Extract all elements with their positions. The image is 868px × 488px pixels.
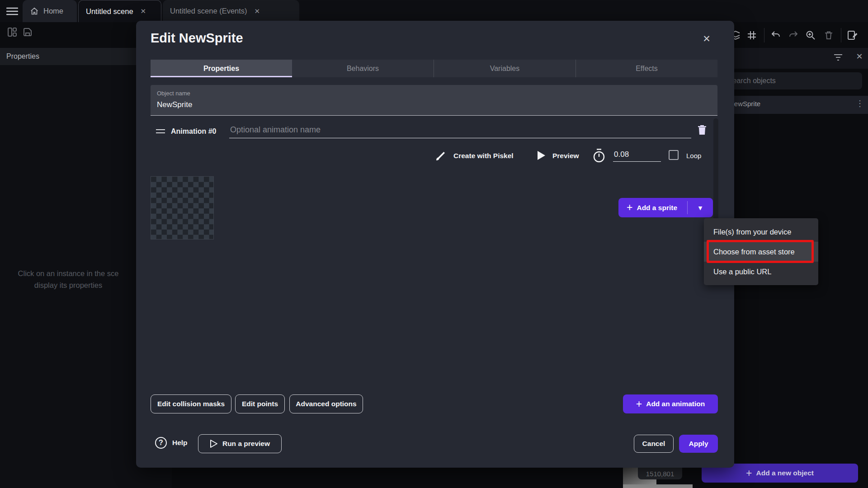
play-icon <box>536 150 547 161</box>
redo-icon[interactable] <box>788 29 799 41</box>
edit-scene-properties-icon[interactable] <box>846 29 859 41</box>
loop-checkbox[interactable] <box>669 150 679 160</box>
cancel-button[interactable]: Cancel <box>634 435 674 453</box>
help-icon[interactable]: ? <box>155 437 167 449</box>
close-dialog-icon[interactable]: ✕ <box>700 33 713 45</box>
play-outline-icon <box>210 439 218 448</box>
animation-name-input[interactable] <box>229 122 691 138</box>
save-icon[interactable] <box>22 26 33 38</box>
tab-events-label: Untitled scene (Events) <box>170 7 247 15</box>
edit-points-button[interactable]: Edit points <box>235 394 285 413</box>
edit-sprite-dialog: Edit NewSprite ✕ Properties Behaviors Va… <box>136 21 734 468</box>
add-sprite-label: Add a sprite <box>637 204 677 212</box>
brush-icon <box>434 150 447 162</box>
animation-label: Animation #0 <box>171 127 216 136</box>
chevron-down-icon[interactable]: ▾ <box>688 198 713 217</box>
drag-handle-icon[interactable] <box>156 129 165 133</box>
dialog-tabs: Properties Behaviors Variables Effects <box>151 60 717 77</box>
plus-icon: + <box>636 399 642 409</box>
zoom-in-icon[interactable] <box>805 29 816 41</box>
delete-animation-icon[interactable] <box>696 124 708 136</box>
edit-collision-masks-button[interactable]: Edit collision masks <box>151 394 231 413</box>
properties-panel-hint: Click on an instance in the sce display … <box>0 267 137 291</box>
tab-scene-label: Untitled scene <box>86 7 133 16</box>
add-animation-label: Add an animation <box>646 400 705 408</box>
help-button[interactable]: Help <box>172 439 188 447</box>
dialog-title: Edit NewSprite <box>151 31 243 46</box>
trash-icon[interactable] <box>823 29 835 41</box>
top-bar: Home Untitled scene ✕ Untitled scene (Ev… <box>0 0 868 22</box>
tab-effects[interactable]: Effects <box>576 60 717 77</box>
tab-variables[interactable]: Variables <box>434 60 576 77</box>
sprite-frame-placeholder[interactable] <box>151 176 214 239</box>
run-preview-button[interactable]: Run a preview <box>198 434 282 453</box>
create-with-piskel-button[interactable]: Create with Piskel <box>453 152 514 160</box>
add-new-object-label: Add a new object <box>756 469 813 477</box>
apply-button[interactable]: Apply <box>679 435 718 453</box>
cursor-coordinates-badge: 1510,801 <box>638 468 682 479</box>
loop-label: Loop <box>686 152 701 160</box>
preview-button[interactable]: Preview <box>552 152 579 160</box>
menu-item-files-from-device[interactable]: File(s) from your device <box>704 222 818 242</box>
object-name-value: NewSprite <box>157 100 192 109</box>
properties-panel-title: Properties <box>6 52 39 61</box>
dialog-scrollbar[interactable] <box>713 118 718 227</box>
tab-untitled-scene[interactable]: Untitled scene ✕ <box>78 0 161 22</box>
plus-icon: + <box>746 468 752 479</box>
object-row-menu-icon[interactable]: ⋮ <box>856 99 864 108</box>
close-panel-icon[interactable]: ✕ <box>854 52 864 61</box>
add-sprite-button[interactable]: + Add a sprite ▾ <box>618 198 713 217</box>
close-tab-icon[interactable]: ✕ <box>255 7 260 15</box>
menu-item-use-public-url[interactable]: Use a public URL <box>704 262 818 282</box>
add-sprite-dropdown-menu: File(s) from your device Choose from ass… <box>704 218 818 285</box>
home-icon <box>30 7 39 16</box>
close-tab-icon[interactable]: ✕ <box>141 7 146 15</box>
add-animation-button[interactable]: + Add an animation <box>623 394 718 413</box>
tab-properties[interactable]: Properties <box>151 60 292 77</box>
tab-untitled-scene-events[interactable]: Untitled scene (Events) ✕ <box>163 0 299 22</box>
hamburger-menu-icon[interactable] <box>5 6 19 17</box>
tab-home[interactable]: Home <box>23 0 77 22</box>
tab-home-label: Home <box>43 7 63 15</box>
run-preview-label: Run a preview <box>222 440 270 448</box>
advanced-options-button[interactable]: Advanced options <box>289 394 363 413</box>
time-between-frames-input[interactable] <box>613 147 661 162</box>
object-name-field[interactable]: Object name NewSprite <box>151 85 717 116</box>
object-name-label: Object name <box>157 90 190 97</box>
toolbar-divider <box>841 28 841 42</box>
undo-icon[interactable] <box>770 29 782 41</box>
layout-panels-icon[interactable] <box>6 26 18 38</box>
tab-behaviors[interactable]: Behaviors <box>292 60 434 77</box>
stopwatch-icon <box>591 148 607 164</box>
toolbar-divider <box>764 28 764 42</box>
plus-icon: + <box>627 202 632 213</box>
menu-item-choose-from-asset-store[interactable]: Choose from asset store <box>704 242 818 262</box>
search-objects-input[interactable] <box>722 72 862 89</box>
filter-icon[interactable] <box>833 53 843 62</box>
scene-canvas-edge <box>623 484 693 488</box>
grid-icon[interactable] <box>746 29 758 41</box>
